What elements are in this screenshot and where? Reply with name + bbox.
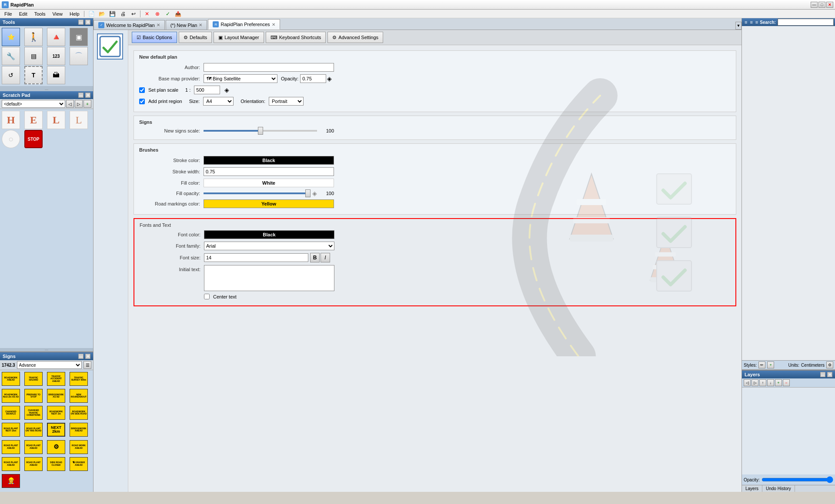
pref-keyboard-btn[interactable]: ⌨ Keyboard Shortcuts xyxy=(266,32,326,43)
menu-help[interactable]: Help xyxy=(66,10,83,17)
font-family-select[interactable]: Arial Times New Roman Verdana xyxy=(204,242,334,250)
tool-wrench[interactable]: 🔧 xyxy=(2,47,20,65)
opacity-spin[interactable]: ◈ xyxy=(327,75,332,82)
scratch-item-h[interactable]: H xyxy=(2,111,20,129)
close-button[interactable]: ✕ xyxy=(826,2,833,8)
size-select[interactable]: A4 xyxy=(203,97,234,106)
sign-grader-ahead[interactable]: 🏗 GRADER AHEAD xyxy=(70,457,88,471)
scratch-btn-forward[interactable]: ▷ xyxy=(75,100,83,108)
signs-panel-close[interactable]: — xyxy=(78,354,84,359)
menu-edit[interactable]: Edit xyxy=(16,10,31,17)
window-controls[interactable]: — □ ✕ xyxy=(811,2,833,8)
tool-grid[interactable]: ▤ xyxy=(24,47,43,65)
toolbar-print[interactable]: 🖨 xyxy=(118,9,128,19)
layer-btn-up[interactable]: ↑ xyxy=(759,379,766,386)
styles-add-btn[interactable]: + xyxy=(767,361,774,368)
sign-road-work-ahead[interactable]: ROAD WORK AHEAD xyxy=(70,440,88,454)
toolbar-save[interactable]: 💾 xyxy=(108,9,117,19)
scratch-item-stop[interactable]: STOP xyxy=(24,130,43,148)
opacity-input[interactable] xyxy=(300,74,326,83)
scratch-pad-controls[interactable]: — ✕ xyxy=(78,93,90,98)
scratch-pad-x[interactable]: ✕ xyxy=(85,93,90,98)
font-italic-btn[interactable]: I xyxy=(321,253,330,262)
stroke-color-picker[interactable]: Black xyxy=(204,156,334,165)
layer-btn-prev[interactable]: ◁ xyxy=(744,379,751,386)
opacity-slider[interactable] xyxy=(762,476,833,483)
sign-roadwork-next-2m[interactable]: ROADWORK NEXT 2m xyxy=(47,406,65,420)
road-markings-picker[interactable]: Yellow xyxy=(204,199,334,208)
sign-traffic-survey[interactable]: TRAFFIC SURVEY 500m xyxy=(70,372,88,386)
tab-welcome-close[interactable]: ✕ xyxy=(157,23,160,27)
set-plan-scale-checkbox[interactable] xyxy=(139,87,145,93)
sign-roadwork-next[interactable]: ROADWORK Next 2m AS AD xyxy=(2,389,20,403)
bottom-tab-undo-history[interactable]: Undo History xyxy=(762,485,795,492)
sign-worker[interactable]: 👷 xyxy=(2,474,20,488)
toolbar-cancel[interactable]: ✕ xyxy=(142,9,152,19)
sign-road-plant-ahead-1[interactable]: ROAD PLANT AHEAD xyxy=(2,440,20,454)
signs-panel-btn[interactable]: ☰ xyxy=(84,361,91,369)
toolbar-check[interactable]: ✓ xyxy=(163,9,173,19)
tool-cloud[interactable]: 🏔 xyxy=(47,66,65,84)
sign-road-plant-ahead-3[interactable]: ROAD PLANT AHEAD xyxy=(2,457,20,471)
scratch-btn-add[interactable]: + xyxy=(84,100,91,108)
scratch-btn-back[interactable]: ◁ xyxy=(66,100,74,108)
layers-close[interactable]: — xyxy=(820,372,825,377)
toolbar-export[interactable]: 📤 xyxy=(174,9,183,19)
layer-btn-next[interactable]: ▷ xyxy=(752,379,758,386)
tool-arc[interactable]: ↺ xyxy=(2,66,20,84)
scratch-item-l2[interactable]: L xyxy=(70,111,88,129)
layer-btn-remove[interactable]: − xyxy=(783,379,790,386)
tool-number[interactable]: 123 xyxy=(47,47,65,65)
toolbar-stop[interactable]: ⊗ xyxy=(153,9,162,19)
sign-side-road-closed[interactable]: SIDE ROAD CLOSED xyxy=(47,457,65,471)
signs-panel-controls[interactable]: — ✕ xyxy=(78,354,90,359)
menu-tools[interactable]: Tools xyxy=(31,10,49,17)
units-config-btn[interactable]: ⚙ xyxy=(826,361,833,368)
sign-bridgework-ahead[interactable]: BRIDGEWORK AHEAD xyxy=(70,423,88,437)
pref-advanced-btn[interactable]: ⚙ Advanced Settings xyxy=(327,32,383,43)
layers-x[interactable]: ✕ xyxy=(827,372,832,377)
tools-panel-close[interactable]: — xyxy=(78,20,84,25)
tools-panel-controls[interactable]: — ✕ xyxy=(78,20,90,25)
base-map-select[interactable]: 🗺 Bing Satellite xyxy=(204,74,277,83)
tab-preferences-close[interactable]: ✕ xyxy=(272,22,275,27)
signs-category-select[interactable]: Advance xyxy=(17,361,82,369)
sign-road-plant-ahead-4[interactable]: ROAD PLANT AHEAD xyxy=(24,457,43,471)
toolbar-undo[interactable]: ↩ xyxy=(129,9,138,19)
scale-spin[interactable]: ◈ xyxy=(224,86,229,93)
tool-curve[interactable]: ⌒ xyxy=(70,47,88,65)
sign-roadwork-ahead-1[interactable]: ROADWORK AHEAD xyxy=(2,372,20,386)
layers-controls[interactable]: — ✕ xyxy=(820,372,832,377)
tab-new-plan-close[interactable]: ✕ xyxy=(199,23,202,27)
tool-cone[interactable]: 🔺 xyxy=(47,28,65,46)
initial-text-area[interactable] xyxy=(204,265,334,291)
font-bold-btn[interactable]: B xyxy=(310,253,320,262)
scratch-pad-close[interactable]: — xyxy=(78,93,84,98)
resize-handle-1[interactable]: — xyxy=(0,88,93,91)
orientation-select[interactable]: Portrait xyxy=(269,97,304,106)
sign-bridgework[interactable]: BRIDGEWORK AS AD xyxy=(47,389,65,403)
toolbar-open[interactable]: 📂 xyxy=(97,9,107,19)
pref-basic-options-btn[interactable]: ☑ Basic Options xyxy=(132,32,177,43)
sign-road-plant-this-road[interactable]: ROAD PLANT ON THIS ROAD xyxy=(24,423,43,437)
pref-layout-btn[interactable]: ▣ Layout Manager xyxy=(214,32,264,43)
sign-traffic-hazard[interactable]: TRAFFIC HAZARD xyxy=(24,372,43,386)
layer-btn-down[interactable]: ↓ xyxy=(767,379,774,386)
minimize-button[interactable]: — xyxy=(811,2,818,8)
layer-btn-add[interactable]: + xyxy=(775,379,782,386)
font-size-input[interactable] xyxy=(204,253,308,262)
scratch-item-circle[interactable]: ○ xyxy=(2,130,20,148)
sign-next-2km[interactable]: NEXT 2km xyxy=(47,423,65,437)
author-input[interactable] xyxy=(204,63,334,72)
sign-prepare-stop[interactable]: PREPARE TO STOP xyxy=(24,389,43,403)
signs-panel-x[interactable]: ✕ xyxy=(85,354,90,359)
tool-pedestrian[interactable]: 🚶 xyxy=(24,28,43,46)
tab-new-plan[interactable]: (*) New Plan ✕ xyxy=(166,20,207,30)
scratch-item-e[interactable]: E xyxy=(24,111,43,129)
sign-roadwork-side[interactable]: ROADWORK ON SIDE ROAD xyxy=(70,406,88,420)
tab-preferences[interactable]: R RapidPlan Preferences ✕ xyxy=(208,19,280,30)
bottom-tab-layers[interactable]: Layers xyxy=(742,485,762,492)
scale-input[interactable] xyxy=(194,86,220,94)
tab-welcome[interactable]: ✓ Welcome to RapidPlan ✕ xyxy=(94,20,165,30)
sign-new-roundabout[interactable]: NEW ROUNDABOUT xyxy=(70,389,88,403)
